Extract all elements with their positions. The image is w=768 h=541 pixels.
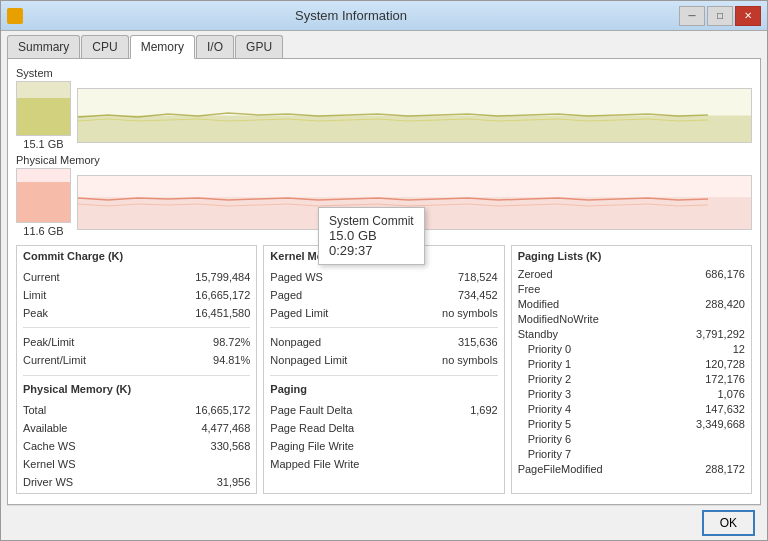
system-label: System bbox=[16, 67, 752, 79]
commit-peak-label: Peak bbox=[23, 307, 48, 319]
commit-peak-limit-label: Peak/Limit bbox=[23, 336, 74, 348]
tab-summary[interactable]: Summary bbox=[7, 35, 80, 58]
pl-priority7-label: Priority 7 bbox=[518, 448, 571, 460]
paging-read-label: Page Read Delta bbox=[270, 422, 354, 434]
pl-priority6-label: Priority 6 bbox=[518, 433, 571, 445]
stats-section: Commit Charge (K) Current 15,799,484 Lim… bbox=[16, 245, 752, 494]
kernel-nonpaged-value: 315,636 bbox=[458, 336, 498, 348]
commit-current-label: Current bbox=[23, 271, 60, 283]
kernel-nonpagedlimit-row: Nonpaged Limit no symbols bbox=[270, 353, 497, 367]
pl-priority5-value: 3,349,668 bbox=[696, 418, 745, 430]
tooltip-value: 15.0 GB bbox=[329, 228, 414, 243]
paging-mappedwrite-label: Mapped File Write bbox=[270, 458, 359, 470]
system-size: 15.1 GB bbox=[23, 138, 63, 150]
restore-button[interactable]: □ bbox=[707, 6, 733, 26]
pl-priority0-value: 12 bbox=[733, 343, 745, 355]
pl-priority7-row: Priority 7 bbox=[518, 447, 745, 461]
pl-modifiednowrite-label: ModifiedNoWrite bbox=[518, 313, 599, 325]
pl-priority2-row: Priority 2 172,176 bbox=[518, 372, 745, 386]
kernel-pagedlimit-row: Paged Limit no symbols bbox=[270, 306, 497, 320]
kernel-paged-row: Paged 734,452 bbox=[270, 288, 497, 302]
pl-standby-row: Standby 3,791,292 bbox=[518, 327, 745, 341]
physical-size: 11.6 GB bbox=[23, 225, 63, 237]
system-bar-area bbox=[77, 88, 752, 143]
tab-bar: Summary CPU Memory I/O GPU bbox=[1, 31, 767, 58]
kernel-nonpagedlimit-value: no symbols bbox=[442, 354, 498, 366]
tab-cpu[interactable]: CPU bbox=[81, 35, 128, 58]
kernel-nonpagedlimit-label: Nonpaged Limit bbox=[270, 354, 347, 366]
pl-modifiednowrite-row: ModifiedNoWrite bbox=[518, 312, 745, 326]
commit-current-row: Current 15,799,484 bbox=[23, 270, 250, 284]
kernel-paged-label: Paged bbox=[270, 289, 302, 301]
commit-current-limit-row: Current/Limit 94.81% bbox=[23, 353, 250, 367]
phys-available-label: Available bbox=[23, 422, 67, 434]
physical-memory-title: Physical Memory (K) bbox=[23, 383, 250, 395]
window-controls: ─ □ ✕ bbox=[679, 6, 761, 26]
minimize-button[interactable]: ─ bbox=[679, 6, 705, 26]
pl-priority3-row: Priority 3 1,076 bbox=[518, 387, 745, 401]
tab-io[interactable]: I/O bbox=[196, 35, 234, 58]
pl-priority1-row: Priority 1 120,728 bbox=[518, 357, 745, 371]
content-area: System 15.1 GB bbox=[7, 58, 761, 505]
pl-modified-label: Modified bbox=[518, 298, 560, 310]
title-bar: System Information ─ □ ✕ bbox=[1, 1, 767, 31]
pl-pagefilemodified-row: PageFileModified 288,172 bbox=[518, 462, 745, 476]
pl-priority3-label: Priority 3 bbox=[518, 388, 571, 400]
commit-current-value: 15,799,484 bbox=[195, 271, 250, 283]
kernel-nonpaged-label: Nonpaged bbox=[270, 336, 321, 348]
pl-zeroed-label: Zeroed bbox=[518, 268, 553, 280]
paging-lists-title: Paging Lists (K) bbox=[518, 250, 745, 262]
pl-priority3-value: 1,076 bbox=[717, 388, 745, 400]
close-button[interactable]: ✕ bbox=[735, 6, 761, 26]
pl-modified-row: Modified 288,420 bbox=[518, 297, 745, 311]
phys-kernelws-label: Kernel WS bbox=[23, 458, 76, 470]
phys-available-row: Available 4,477,468 bbox=[23, 421, 250, 435]
paging-fault-row: Page Fault Delta 1,692 bbox=[270, 403, 497, 417]
pl-priority5-row: Priority 5 3,349,668 bbox=[518, 417, 745, 431]
system-graph-group: System 15.1 GB bbox=[16, 67, 752, 150]
phys-total-label: Total bbox=[23, 404, 46, 416]
paging-fault-value: 1,692 bbox=[470, 404, 498, 416]
commit-peak-row: Peak 16,451,580 bbox=[23, 306, 250, 320]
system-commit-tooltip: System Commit 15.0 GB 0:29:37 bbox=[318, 207, 425, 265]
kernel-paged-value: 734,452 bbox=[458, 289, 498, 301]
tab-memory[interactable]: Memory bbox=[130, 35, 195, 59]
tooltip-title: System Commit bbox=[329, 214, 414, 228]
tooltip-time: 0:29:37 bbox=[329, 243, 414, 258]
system-graph-container: 15.1 GB bbox=[16, 81, 752, 150]
pl-priority5-label: Priority 5 bbox=[518, 418, 571, 430]
kernel-nonpaged-row: Nonpaged 315,636 bbox=[270, 335, 497, 349]
pl-modified-value: 288,420 bbox=[705, 298, 745, 310]
kernel-pagedlimit-value: no symbols bbox=[442, 307, 498, 319]
pl-priority0-row: Priority 0 12 bbox=[518, 342, 745, 356]
paging-read-row: Page Read Delta bbox=[270, 421, 497, 435]
pl-free-label: Free bbox=[518, 283, 541, 295]
pl-priority4-label: Priority 4 bbox=[518, 403, 571, 415]
svg-rect-3 bbox=[16, 17, 21, 22]
commit-limit-value: 16,665,172 bbox=[195, 289, 250, 301]
pl-priority2-label: Priority 2 bbox=[518, 373, 571, 385]
window-title: System Information bbox=[23, 8, 679, 23]
pl-priority2-value: 172,176 bbox=[705, 373, 745, 385]
pl-priority4-row: Priority 4 147,632 bbox=[518, 402, 745, 416]
kernel-pagedws-label: Paged WS bbox=[270, 271, 323, 283]
commit-limit-row: Limit 16,665,172 bbox=[23, 288, 250, 302]
commit-limit-label: Limit bbox=[23, 289, 46, 301]
paging-fault-label: Page Fault Delta bbox=[270, 404, 352, 416]
physical-thumb bbox=[16, 168, 71, 223]
pl-priority1-label: Priority 1 bbox=[518, 358, 571, 370]
footer: OK bbox=[7, 505, 761, 540]
physical-label: Physical Memory bbox=[16, 154, 752, 166]
svg-rect-1 bbox=[16, 10, 21, 15]
phys-driverws-label: Driver WS bbox=[23, 476, 73, 488]
pl-priority6-row: Priority 6 bbox=[518, 432, 745, 446]
ok-button[interactable]: OK bbox=[702, 510, 755, 536]
phys-available-value: 4,477,468 bbox=[201, 422, 250, 434]
paging-mappedwrite-row: Mapped File Write bbox=[270, 457, 497, 471]
phys-driverws-value: 31,956 bbox=[217, 476, 251, 488]
phys-driverws-row: Driver WS 31,956 bbox=[23, 475, 250, 489]
svg-rect-2 bbox=[9, 17, 14, 22]
pl-priority0-label: Priority 0 bbox=[518, 343, 571, 355]
pl-priority1-value: 120,728 bbox=[705, 358, 745, 370]
tab-gpu[interactable]: GPU bbox=[235, 35, 283, 58]
